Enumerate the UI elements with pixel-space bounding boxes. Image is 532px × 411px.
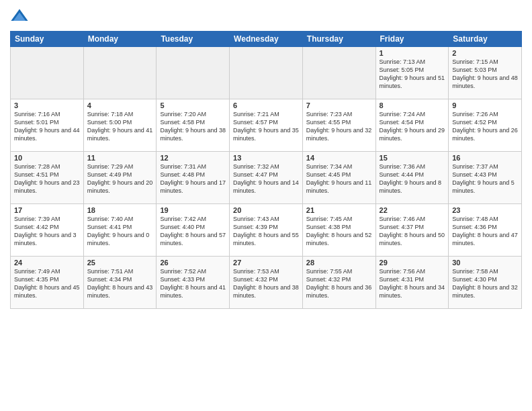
day-number: 6 bbox=[233, 101, 299, 109]
day-number: 24 bbox=[14, 259, 80, 267]
calendar-table: SundayMondayTuesdayWednesdayThursdayFrid… bbox=[10, 31, 522, 309]
day-number: 13 bbox=[233, 154, 299, 162]
day-cell: 29Sunrise: 7:56 AM Sunset: 4:31 PM Dayli… bbox=[375, 257, 449, 309]
day-info: Sunrise: 7:21 AM Sunset: 4:57 PM Dayligh… bbox=[233, 110, 299, 143]
day-cell: 9Sunrise: 7:26 AM Sunset: 4:52 PM Daylig… bbox=[449, 99, 522, 152]
weekday-header-friday: Friday bbox=[375, 32, 449, 47]
day-number: 12 bbox=[160, 154, 226, 162]
day-info: Sunrise: 7:55 AM Sunset: 4:32 PM Dayligh… bbox=[306, 267, 372, 300]
day-info: Sunrise: 7:32 AM Sunset: 4:47 PM Dayligh… bbox=[233, 163, 299, 195]
day-info: Sunrise: 7:37 AM Sunset: 4:43 PM Dayligh… bbox=[452, 163, 518, 195]
day-number: 28 bbox=[306, 259, 372, 267]
header bbox=[10, 7, 522, 26]
day-number: 19 bbox=[160, 206, 226, 214]
day-number: 18 bbox=[87, 206, 153, 214]
day-info: Sunrise: 7:18 AM Sunset: 5:00 PM Dayligh… bbox=[87, 110, 153, 143]
day-info: Sunrise: 7:52 AM Sunset: 4:33 PM Dayligh… bbox=[160, 267, 226, 300]
day-cell bbox=[230, 47, 303, 99]
day-info: Sunrise: 7:16 AM Sunset: 5:01 PM Dayligh… bbox=[14, 110, 80, 143]
weekday-header-sunday: Sunday bbox=[11, 32, 84, 47]
day-number: 30 bbox=[452, 259, 518, 267]
day-number: 4 bbox=[87, 101, 153, 109]
day-info: Sunrise: 7:15 AM Sunset: 5:03 PM Dayligh… bbox=[452, 58, 518, 91]
day-number: 20 bbox=[233, 206, 299, 214]
day-number: 3 bbox=[14, 101, 80, 109]
day-info: Sunrise: 7:51 AM Sunset: 4:34 PM Dayligh… bbox=[87, 267, 153, 300]
day-number: 14 bbox=[306, 154, 372, 162]
day-number: 7 bbox=[306, 101, 372, 109]
day-cell: 3Sunrise: 7:16 AM Sunset: 5:01 PM Daylig… bbox=[11, 99, 84, 152]
day-cell: 7Sunrise: 7:23 AM Sunset: 4:55 PM Daylig… bbox=[302, 99, 375, 152]
day-number: 11 bbox=[87, 154, 153, 162]
day-info: Sunrise: 7:24 AM Sunset: 4:54 PM Dayligh… bbox=[380, 110, 445, 143]
weekday-header-monday: Monday bbox=[83, 32, 157, 47]
day-number: 10 bbox=[14, 154, 80, 162]
day-number: 5 bbox=[160, 101, 226, 109]
day-cell: 20Sunrise: 7:43 AM Sunset: 4:39 PM Dayli… bbox=[230, 204, 303, 257]
weekday-header-saturday: Saturday bbox=[449, 32, 522, 47]
day-info: Sunrise: 7:34 AM Sunset: 4:45 PM Dayligh… bbox=[306, 163, 372, 195]
day-number: 25 bbox=[87, 259, 153, 267]
day-cell: 10Sunrise: 7:28 AM Sunset: 4:51 PM Dayli… bbox=[11, 152, 84, 204]
weekday-header-thursday: Thursday bbox=[302, 32, 375, 47]
day-number: 8 bbox=[380, 101, 445, 109]
day-number: 22 bbox=[380, 206, 445, 214]
day-info: Sunrise: 7:58 AM Sunset: 4:30 PM Dayligh… bbox=[452, 267, 518, 300]
day-info: Sunrise: 7:29 AM Sunset: 4:49 PM Dayligh… bbox=[87, 163, 153, 195]
weekday-header-row: SundayMondayTuesdayWednesdayThursdayFrid… bbox=[11, 32, 522, 47]
day-info: Sunrise: 7:45 AM Sunset: 4:38 PM Dayligh… bbox=[306, 215, 372, 248]
day-cell: 19Sunrise: 7:42 AM Sunset: 4:40 PM Dayli… bbox=[157, 204, 230, 257]
day-cell: 2Sunrise: 7:15 AM Sunset: 5:03 PM Daylig… bbox=[449, 47, 522, 99]
day-info: Sunrise: 7:42 AM Sunset: 4:40 PM Dayligh… bbox=[160, 215, 226, 248]
week-row-3: 10Sunrise: 7:28 AM Sunset: 4:51 PM Dayli… bbox=[11, 152, 522, 204]
week-row-1: 1Sunrise: 7:13 AM Sunset: 5:05 PM Daylig… bbox=[11, 47, 522, 99]
page-container: SundayMondayTuesdayWednesdayThursdayFrid… bbox=[0, 0, 532, 316]
day-info: Sunrise: 7:53 AM Sunset: 4:32 PM Dayligh… bbox=[233, 267, 299, 300]
day-cell: 12Sunrise: 7:31 AM Sunset: 4:48 PM Dayli… bbox=[157, 152, 230, 204]
day-info: Sunrise: 7:40 AM Sunset: 4:41 PM Dayligh… bbox=[87, 215, 153, 248]
day-info: Sunrise: 7:20 AM Sunset: 4:58 PM Dayligh… bbox=[160, 110, 226, 143]
day-number: 17 bbox=[14, 206, 80, 214]
day-number: 29 bbox=[380, 259, 445, 267]
day-cell: 25Sunrise: 7:51 AM Sunset: 4:34 PM Dayli… bbox=[83, 257, 157, 309]
day-cell: 8Sunrise: 7:24 AM Sunset: 4:54 PM Daylig… bbox=[375, 99, 449, 152]
day-number: 27 bbox=[233, 259, 299, 267]
day-cell: 15Sunrise: 7:36 AM Sunset: 4:44 PM Dayli… bbox=[375, 152, 449, 204]
day-cell bbox=[157, 47, 230, 99]
day-number: 15 bbox=[380, 154, 445, 162]
day-number: 16 bbox=[452, 154, 518, 162]
day-info: Sunrise: 7:28 AM Sunset: 4:51 PM Dayligh… bbox=[14, 163, 80, 195]
day-number: 23 bbox=[452, 206, 518, 214]
day-cell: 28Sunrise: 7:55 AM Sunset: 4:32 PM Dayli… bbox=[302, 257, 375, 309]
day-cell: 27Sunrise: 7:53 AM Sunset: 4:32 PM Dayli… bbox=[230, 257, 303, 309]
day-info: Sunrise: 7:48 AM Sunset: 4:36 PM Dayligh… bbox=[452, 215, 518, 248]
week-row-2: 3Sunrise: 7:16 AM Sunset: 5:01 PM Daylig… bbox=[11, 99, 522, 152]
day-cell: 30Sunrise: 7:58 AM Sunset: 4:30 PM Dayli… bbox=[449, 257, 522, 309]
day-info: Sunrise: 7:26 AM Sunset: 4:52 PM Dayligh… bbox=[452, 110, 518, 143]
week-row-4: 17Sunrise: 7:39 AM Sunset: 4:42 PM Dayli… bbox=[11, 204, 522, 257]
weekday-header-wednesday: Wednesday bbox=[230, 32, 303, 47]
day-info: Sunrise: 7:49 AM Sunset: 4:35 PM Dayligh… bbox=[14, 267, 80, 300]
day-cell bbox=[11, 47, 84, 99]
day-number: 2 bbox=[452, 49, 518, 57]
day-cell: 13Sunrise: 7:32 AM Sunset: 4:47 PM Dayli… bbox=[230, 152, 303, 204]
day-cell: 24Sunrise: 7:49 AM Sunset: 4:35 PM Dayli… bbox=[11, 257, 84, 309]
day-cell: 11Sunrise: 7:29 AM Sunset: 4:49 PM Dayli… bbox=[83, 152, 157, 204]
day-cell bbox=[83, 47, 157, 99]
day-info: Sunrise: 7:13 AM Sunset: 5:05 PM Dayligh… bbox=[380, 58, 445, 91]
day-info: Sunrise: 7:39 AM Sunset: 4:42 PM Dayligh… bbox=[14, 215, 80, 248]
day-info: Sunrise: 7:43 AM Sunset: 4:39 PM Dayligh… bbox=[233, 215, 299, 248]
day-info: Sunrise: 7:56 AM Sunset: 4:31 PM Dayligh… bbox=[380, 267, 445, 300]
day-number: 26 bbox=[160, 259, 226, 267]
day-info: Sunrise: 7:46 AM Sunset: 4:37 PM Dayligh… bbox=[380, 215, 445, 248]
day-number: 21 bbox=[306, 206, 372, 214]
day-info: Sunrise: 7:36 AM Sunset: 4:44 PM Dayligh… bbox=[380, 163, 445, 195]
day-cell: 5Sunrise: 7:20 AM Sunset: 4:58 PM Daylig… bbox=[157, 99, 230, 152]
day-cell: 18Sunrise: 7:40 AM Sunset: 4:41 PM Dayli… bbox=[83, 204, 157, 257]
day-cell: 21Sunrise: 7:45 AM Sunset: 4:38 PM Dayli… bbox=[302, 204, 375, 257]
day-cell: 23Sunrise: 7:48 AM Sunset: 4:36 PM Dayli… bbox=[449, 204, 522, 257]
logo-icon bbox=[10, 7, 29, 26]
day-number: 9 bbox=[452, 101, 518, 109]
weekday-header-tuesday: Tuesday bbox=[157, 32, 230, 47]
day-cell: 26Sunrise: 7:52 AM Sunset: 4:33 PM Dayli… bbox=[157, 257, 230, 309]
